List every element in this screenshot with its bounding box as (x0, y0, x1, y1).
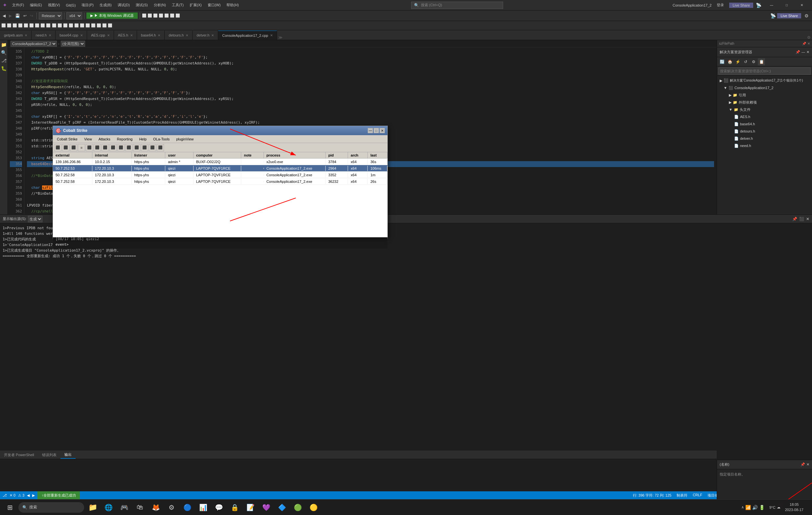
cs-menu-help[interactable]: Help (136, 136, 149, 142)
tab-errors[interactable]: 错误列表 (38, 451, 60, 459)
se-detverh[interactable]: 📄 detver.h (717, 135, 812, 142)
menu-test[interactable]: 测试(S) (133, 2, 150, 8)
menu-analyze[interactable]: 分析(N) (151, 2, 169, 8)
tab-main-cpp-close[interactable]: ✕ (270, 33, 273, 37)
taskbar-clock[interactable]: 18:05 2023-08-17 (782, 502, 806, 512)
cs-col-process[interactable]: process (264, 152, 326, 158)
se-project-root[interactable]: ▼ ⬛ ConsoleApplication17_2 (717, 84, 812, 91)
output-source-select[interactable]: 生成 (28, 216, 42, 222)
se-needh[interactable]: 📄 need.h (717, 142, 812, 149)
cs-menu-reporting[interactable]: Reporting (114, 136, 135, 142)
se-home-icon[interactable]: 🏠 (726, 58, 733, 65)
tab-detverh-close[interactable]: ✕ (211, 33, 214, 37)
cs-tb-btn-6[interactable]: ⬛ (94, 144, 101, 151)
cs-col-user[interactable]: user (165, 152, 194, 158)
cs-row-2[interactable]: 50.7.252.53 172.20.10.3 https-yhs qiezi … (53, 165, 387, 172)
tray-volume-icon[interactable]: 🔊 (752, 505, 758, 510)
tab-settings-icon[interactable]: ⚙ (806, 35, 812, 40)
class-scope-select[interactable]: ConsoleApplication17_2 (10, 41, 57, 47)
prop-close-icon[interactable]: ✕ (806, 462, 809, 467)
taskbar-chrome[interactable]: 🔵 (180, 500, 195, 515)
cs-col-last[interactable]: last (368, 152, 387, 158)
tab-aescpp-close[interactable]: ✕ (107, 33, 110, 37)
menu-view[interactable]: 视图(V) (45, 2, 63, 8)
cs-row-3[interactable]: 50.7.252.58 172.20.10.3 https-yhs qiezi … (53, 172, 387, 178)
taskbar-app1[interactable]: 💬 (212, 500, 226, 515)
cs-tb-btn-2[interactable]: ⬛ (62, 144, 69, 151)
se-search-input[interactable] (718, 67, 811, 75)
menu-extensions[interactable]: 扩展(X) (187, 2, 204, 8)
se-refresh-icon[interactable]: ↺ (742, 58, 749, 65)
cs-tb-btn-1[interactable]: ⬛ (54, 144, 61, 151)
method-scope-select[interactable]: (全局范围) (61, 41, 85, 47)
cs-tb-btn-5[interactable]: ⬛ (86, 144, 93, 151)
start-button[interactable]: ⊞ (3, 500, 17, 515)
se-aesh[interactable]: 📄 AES.h (717, 113, 812, 120)
back-icon[interactable]: ◀ (1, 13, 7, 19)
tab-aesh[interactable]: AES.h ✕ (114, 31, 137, 40)
cs-maximize-button[interactable]: □ (374, 128, 379, 133)
tab-aescpp[interactable]: AES.cpp ✕ (87, 31, 114, 40)
tab-detoursh-close[interactable]: ✕ (186, 33, 188, 37)
tab-detoursh[interactable]: detours.h ✕ (165, 31, 193, 40)
cs-row-4[interactable]: 50.7.252.58 172.20.10.3 https-yhs qiezi … (53, 178, 387, 185)
cs-tb-btn-9[interactable]: ⬛ (117, 144, 124, 151)
cs-minimize-button[interactable]: — (368, 128, 373, 133)
cs-menu-cobalt[interactable]: Cobalt Strike (54, 136, 80, 142)
tab-output[interactable]: 输出 (60, 451, 76, 459)
taskbar-store[interactable]: 🛍 (133, 500, 147, 515)
tab-getpeb-close[interactable]: ✕ (25, 33, 27, 37)
cs-menu-attacks[interactable]: Attacks (96, 136, 113, 142)
output-expand-icon[interactable]: ⬛ (799, 217, 804, 221)
platform-dropdown[interactable]: x64 x86 (66, 12, 82, 19)
undo-icon[interactable]: ↩ (22, 13, 28, 19)
se-close-icon[interactable]: ✕ (806, 50, 809, 54)
cs-tb-btn-12[interactable]: ⬛ (141, 144, 148, 151)
cs-col-note[interactable]: note (241, 152, 264, 158)
taskbar-search[interactable]: 🔍 搜索 (19, 502, 84, 513)
tab-base64cpp-close[interactable]: ✕ (80, 33, 83, 37)
debug-icon[interactable]: 🐛 (1, 65, 7, 72)
config-dropdown[interactable]: Release Debug (39, 12, 62, 19)
cs-tb-btn-4[interactable]: ≡ (78, 144, 85, 151)
tab-detverh[interactable]: detver.h ✕ (193, 31, 218, 40)
live-share-toolbar-button[interactable]: Live Share (777, 13, 801, 19)
tab-getpeb[interactable]: getpeb.asm ✕ (0, 31, 32, 40)
cs-tb-btn-13[interactable]: ⬛ (149, 144, 156, 151)
el-input-prompt[interactable]: event> (56, 242, 385, 247)
tab-need-close[interactable]: ✕ (49, 33, 51, 37)
tab-base64h[interactable]: base64.h ✕ (137, 31, 165, 40)
explorer-icon[interactable]: 📁 (1, 42, 7, 48)
title-search-input[interactable]: 搜索 (Ctrl+Q) (421, 3, 442, 7)
se-settings-icon[interactable]: ⚙ (750, 58, 757, 65)
se-view-icon[interactable]: 📋 (758, 58, 765, 65)
tray-battery-icon[interactable]: 🔋 (759, 505, 765, 510)
menu-help[interactable]: 帮助(H) (224, 2, 241, 8)
se-minimize-icon[interactable]: — (802, 50, 805, 54)
cs-tb-btn-10[interactable]: ⬛ (125, 144, 133, 151)
taskbar-app5[interactable]: 🔷 (275, 500, 289, 515)
taskbar-app3[interactable]: 📝 (243, 500, 258, 515)
cs-tb-btn-11[interactable]: ⬛ (133, 144, 140, 151)
taskbar-app4[interactable]: 💜 (259, 500, 273, 515)
taskbar-settings[interactable]: ⚙ (164, 500, 179, 515)
output-close-icon[interactable]: ✕ (806, 217, 809, 221)
redo-icon[interactable]: ↪ (29, 13, 34, 19)
se-filter-icon[interactable]: ⚡ (734, 58, 741, 65)
cs-col-internal[interactable]: internal (92, 152, 132, 158)
error-count[interactable]: ✕ 0 (9, 493, 16, 497)
tab-need[interactable]: need.h ✕ (32, 31, 56, 40)
cs-col-computer[interactable]: computer (194, 152, 241, 158)
login-button[interactable]: 登录 (714, 2, 727, 8)
forward-icon[interactable]: ▶ (7, 13, 13, 19)
taskbar-xbox[interactable]: 🎮 (117, 500, 132, 515)
se-references[interactable]: ▶ 📁 引用 (717, 91, 812, 99)
menu-debug[interactable]: 调试(D) (115, 2, 133, 8)
tab-aesh-close[interactable]: ✕ (130, 33, 133, 37)
git-icon[interactable]: ⎇ (1, 57, 7, 64)
menu-edit[interactable]: 编辑(E) (27, 2, 45, 8)
taskbar-edge[interactable]: 🌐 (101, 500, 116, 515)
se-sync-icon[interactable]: 🔄 (718, 58, 726, 65)
cs-tb-btn-14[interactable]: ⬛ (157, 144, 164, 151)
menu-build[interactable]: 生成(B) (97, 2, 114, 8)
